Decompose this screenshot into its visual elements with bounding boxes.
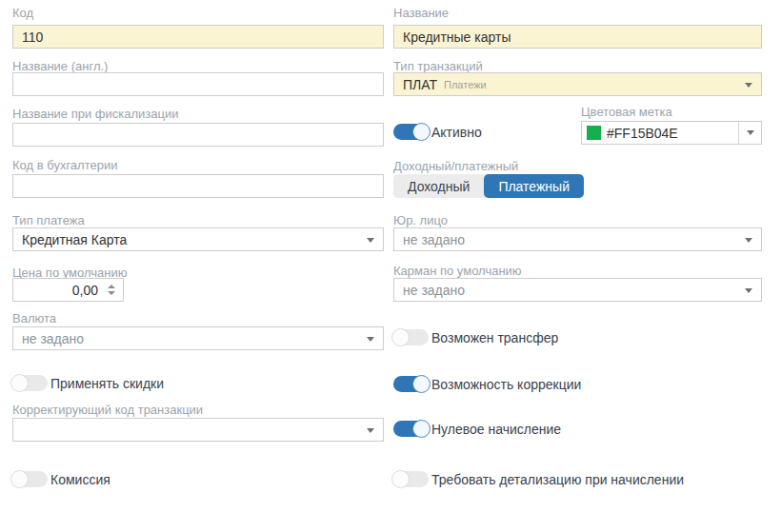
payment-kind-select[interactable]: Кредитная Карта	[12, 227, 384, 251]
correction-row: Возможность коррекции	[393, 375, 581, 393]
correcting-code-select[interactable]	[12, 418, 384, 442]
currency-label: Валюта	[12, 311, 56, 325]
commission-label: Комиссия	[50, 472, 110, 487]
spinner-up-icon[interactable]	[108, 285, 115, 288]
color-tag-select[interactable]: #FF15B04E	[581, 121, 762, 145]
require-detail-row: Требовать детализацию при начислении	[393, 470, 684, 488]
default-price-value: 0,00	[72, 283, 98, 298]
commission-toggle[interactable]	[12, 471, 48, 487]
default-pocket-value: не задано	[403, 283, 465, 298]
payment-kind-label: Тип платежа	[12, 213, 85, 227]
currency-select[interactable]: не задано	[12, 326, 384, 350]
correction-label: Возможность коррекции	[431, 377, 581, 392]
income-payment-segmented: Доходный Платежный	[393, 174, 584, 198]
active-row: Активно	[393, 123, 482, 141]
color-tag-label: Цветовая метка	[581, 105, 672, 119]
correction-toggle[interactable]	[393, 376, 429, 392]
currency-value: не задано	[22, 331, 84, 346]
legal-entity-value: не задано	[403, 232, 465, 247]
toggle-knob	[391, 328, 410, 346]
spinner-buttons[interactable]	[108, 285, 115, 295]
name-input[interactable]	[393, 25, 762, 49]
zero-accrual-row: Нулевое начисление	[393, 420, 561, 438]
color-dropdown-button[interactable]	[738, 122, 761, 144]
transaction-type-label: Тип транзакций	[393, 59, 483, 73]
toggle-knob	[391, 470, 410, 488]
toggle-knob	[412, 375, 431, 393]
transfer-label: Возможен трансфер	[431, 330, 558, 345]
transfer-toggle[interactable]	[393, 329, 429, 345]
active-toggle[interactable]	[393, 124, 429, 140]
accounting-code-input[interactable]	[12, 174, 384, 198]
spinner-down-icon[interactable]	[108, 291, 115, 295]
require-detail-toggle[interactable]	[393, 471, 429, 487]
default-price-spinner[interactable]: 0,00	[12, 278, 124, 302]
fiscal-name-label: Название при фискализации	[12, 107, 179, 121]
toggle-knob	[10, 470, 29, 488]
zero-accrual-toggle[interactable]	[393, 421, 429, 437]
name-label: Название	[393, 6, 449, 20]
segment-payment-button[interactable]: Платежный	[484, 174, 584, 198]
transaction-type-select[interactable]: ПЛАТ Платежи	[393, 72, 762, 96]
payment-type-form: Код Название (англ.) Название при фискал…	[0, 0, 781, 532]
code-label: Код	[12, 6, 33, 20]
toggle-knob	[10, 374, 29, 392]
legal-entity-label: Юр. лицо	[393, 213, 448, 227]
zero-accrual-label: Нулевое начисление	[431, 422, 561, 437]
chevron-down-icon	[367, 428, 374, 433]
code-input[interactable]	[12, 25, 384, 49]
active-label: Активно	[431, 125, 482, 140]
chevron-down-icon	[367, 337, 374, 342]
chevron-down-icon	[745, 83, 752, 88]
name-en-input[interactable]	[12, 72, 384, 96]
toggle-knob	[412, 123, 431, 141]
chevron-down-icon	[367, 238, 374, 243]
transfer-row: Возможен трансфер	[393, 328, 558, 346]
segment-income-button[interactable]: Доходный	[393, 174, 484, 198]
apply-discounts-toggle[interactable]	[12, 375, 48, 391]
commission-row: Комиссия	[12, 470, 110, 488]
correcting-code-label: Корректирующий код транзакции	[12, 403, 203, 417]
color-tag-value: #FF15B04E	[607, 126, 678, 141]
transaction-type-description: Платежи	[444, 79, 487, 90]
chevron-down-icon	[745, 288, 752, 293]
apply-discounts-row: Применять скидки	[12, 374, 164, 392]
default-pocket-label: Карман по умолчанию	[393, 264, 522, 278]
toggle-knob	[412, 420, 431, 438]
color-swatch	[587, 126, 601, 140]
payment-kind-value: Кредитная Карта	[22, 232, 127, 247]
accounting-code-label: Код в бухгалтерии	[12, 158, 117, 172]
transaction-type-code: ПЛАТ	[403, 77, 437, 92]
require-detail-label: Требовать детализацию при начислении	[431, 472, 684, 487]
fiscal-name-input[interactable]	[12, 123, 384, 147]
legal-entity-select[interactable]: не задано	[393, 227, 762, 251]
apply-discounts-label: Применять скидки	[50, 376, 164, 391]
chevron-down-icon	[745, 238, 752, 243]
chevron-down-icon	[747, 130, 754, 135]
name-en-label: Название (англ.)	[12, 59, 108, 73]
income-payment-label: Доходный/платежный	[393, 159, 518, 173]
default-pocket-select[interactable]: не задано	[393, 278, 762, 302]
